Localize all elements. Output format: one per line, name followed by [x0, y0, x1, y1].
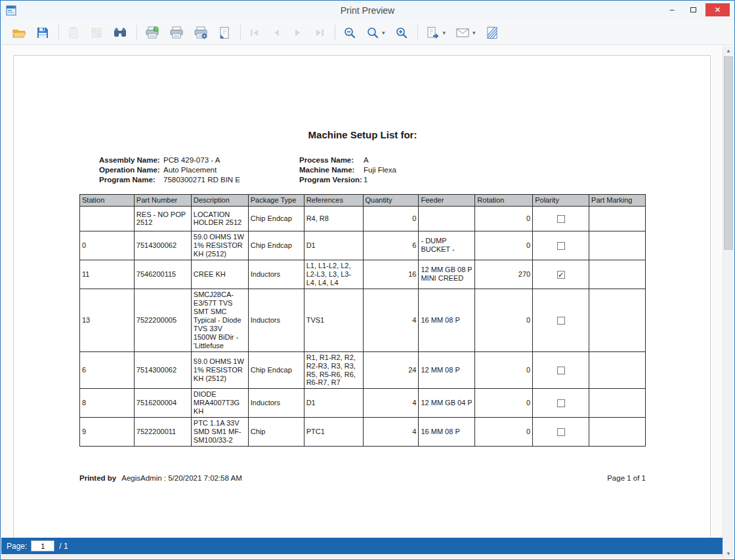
- next-page-button: [289, 26, 306, 40]
- cell-part_number: 7522200005: [134, 289, 191, 351]
- cell-references: TVS1: [304, 289, 363, 351]
- find-button[interactable]: [110, 24, 130, 41]
- watermark-button[interactable]: [483, 24, 501, 41]
- print-options-icon: [194, 26, 208, 39]
- report-footer: Printed byAegisAdmin : 5/20/2021 7:02:58…: [79, 474, 646, 482]
- cell-station: 0: [80, 231, 135, 260]
- cell-part_marking: [589, 418, 646, 447]
- page-total: / 1: [59, 542, 68, 551]
- process-name-value: A: [364, 156, 369, 164]
- minimize-icon: –: [670, 5, 675, 14]
- close-button[interactable]: ✕: [705, 3, 730, 16]
- find-icon: [113, 26, 127, 39]
- save-button[interactable]: [33, 24, 52, 41]
- table-header-row: StationPart NumberDescriptionPackage Typ…: [80, 195, 646, 207]
- report-title: Machine Setup List for:: [79, 56, 646, 140]
- table-row: 87516200004DIODE MRA4007T3G KHInductorsD…: [80, 389, 646, 418]
- cell-part_number: 7514300062: [134, 351, 191, 389]
- cell-feeder: 12 MM 08 P: [419, 351, 475, 389]
- report-page: Machine Setup List for: Assembly Name:PC…: [13, 55, 711, 538]
- print-button[interactable]: [167, 24, 186, 41]
- page-number-input[interactable]: [31, 540, 54, 551]
- zoom-dropdown-caret-icon[interactable]: ▾: [382, 30, 385, 36]
- page-info: Page 1 of 1: [607, 474, 646, 482]
- zoom-button[interactable]: ▾: [364, 24, 388, 41]
- cell-part_marking: [589, 206, 646, 231]
- last-page-button: [311, 26, 328, 40]
- cell-rotation: 0: [475, 389, 533, 418]
- quick-print-button[interactable]: ?: [142, 24, 162, 41]
- cell-polarity: ✓: [533, 260, 589, 289]
- column-header-references: References: [304, 195, 363, 207]
- open-icon: [12, 26, 26, 39]
- printed-by-value: AegisAdmin : 5/20/2021 7:02:58 AM: [121, 474, 242, 482]
- cell-polarity: [533, 389, 589, 418]
- cell-feeder: 12 MM GB 04 P: [419, 389, 475, 418]
- column-header-station: Station: [80, 195, 135, 207]
- email-button[interactable]: ▾: [453, 25, 478, 41]
- polarity-checkbox: [557, 242, 565, 250]
- cell-quantity: 24: [363, 351, 419, 389]
- polarity-checkbox: [557, 428, 565, 436]
- program-name-label: Program Name:: [99, 176, 163, 184]
- column-header-part_number: Part Number: [134, 195, 191, 207]
- cell-description: CREE KH: [191, 260, 248, 289]
- report-info-left: Assembly Name:PCB 429-073 - A Operation …: [99, 156, 299, 184]
- app-icon: [6, 5, 16, 16]
- zoom-in-button[interactable]: [392, 24, 411, 41]
- export-button[interactable]: ▾: [423, 24, 449, 41]
- scroll-down-icon[interactable]: ▼: [723, 549, 734, 559]
- operation-name-value: Auto Placement: [163, 166, 217, 174]
- program-name-value: 7580300271 RD BIN E: [163, 176, 240, 184]
- email-dropdown-caret-icon[interactable]: ▾: [472, 30, 476, 36]
- open-button[interactable]: [9, 24, 29, 41]
- maximize-button[interactable]: [684, 3, 702, 16]
- preview-area: Machine Setup List for: Assembly Name:PC…: [1, 46, 723, 538]
- minimize-button[interactable]: –: [663, 3, 681, 16]
- cell-rotation: 0: [475, 418, 533, 447]
- polarity-checkbox: [557, 367, 565, 374]
- cell-package_type: Inductors: [248, 389, 304, 418]
- cell-part_number: 7514300062: [134, 231, 191, 260]
- scrollbar-thumb[interactable]: [724, 56, 733, 250]
- cell-description: PTC 1.1A 33V SMD SM1 MF-SM100/33-2: [191, 418, 248, 447]
- scroll-up-icon[interactable]: ▲: [723, 46, 734, 56]
- cell-references: R1, R1-R2, R2, R2-R3, R3, R3, R5, R5-R6,…: [304, 351, 363, 389]
- cell-references: D1: [304, 231, 363, 260]
- svg-text:?: ?: [155, 27, 158, 31]
- cell-references: R4, R8: [304, 206, 363, 231]
- print-icon: [169, 26, 184, 39]
- prev-page-button: [268, 26, 285, 40]
- export-icon: [426, 26, 440, 39]
- cell-package_type: Inductors: [248, 260, 304, 289]
- print-options-button[interactable]: [191, 24, 211, 41]
- cell-description: SMCJ28CA-E3/57T TVS SMT SMC Typical - Di…: [191, 289, 248, 351]
- vertical-scrollbar[interactable]: ▲ ▼: [723, 46, 734, 559]
- machine-name-value: Fuji Flexa: [364, 166, 396, 174]
- cell-station: 8: [80, 389, 135, 418]
- window-bottom-edge: [1, 554, 723, 559]
- cell-quantity: 4: [363, 289, 419, 351]
- zoom-in-icon: [395, 26, 408, 39]
- print-preview-window: Print Preview – ✕ ?▾▾▾ Machine Setup Lis…: [0, 0, 735, 560]
- toolbar-separator: [58, 25, 59, 41]
- cell-rotation: 0: [475, 206, 533, 231]
- cell-package_type: Chip Endcap: [248, 231, 304, 260]
- cell-quantity: 4: [363, 389, 419, 418]
- zoom-out-button[interactable]: [341, 24, 359, 41]
- cell-rotation: 0: [475, 231, 533, 260]
- maximize-icon: [690, 7, 696, 12]
- assembly-name-value: PCB 429-073 - A: [163, 156, 220, 164]
- titlebar: Print Preview – ✕: [1, 1, 734, 20]
- column-header-package_type: Package Type: [248, 195, 304, 207]
- cell-quantity: 16: [363, 260, 419, 289]
- process-name-label: Process Name:: [299, 156, 364, 164]
- column-header-feeder: Feeder: [419, 195, 475, 207]
- machine-name-label: Machine Name:: [299, 166, 364, 174]
- report-info-right: Process Name:A Machine Name:Fuji Flexa P…: [299, 156, 396, 184]
- export-dropdown-caret-icon[interactable]: ▾: [443, 30, 446, 36]
- page-setup-button[interactable]: [215, 24, 234, 41]
- cell-feeder: 12 MM GB 08 P MINI CREED: [419, 260, 475, 289]
- page-setup-icon: [218, 26, 231, 39]
- watermark-icon: [486, 26, 499, 39]
